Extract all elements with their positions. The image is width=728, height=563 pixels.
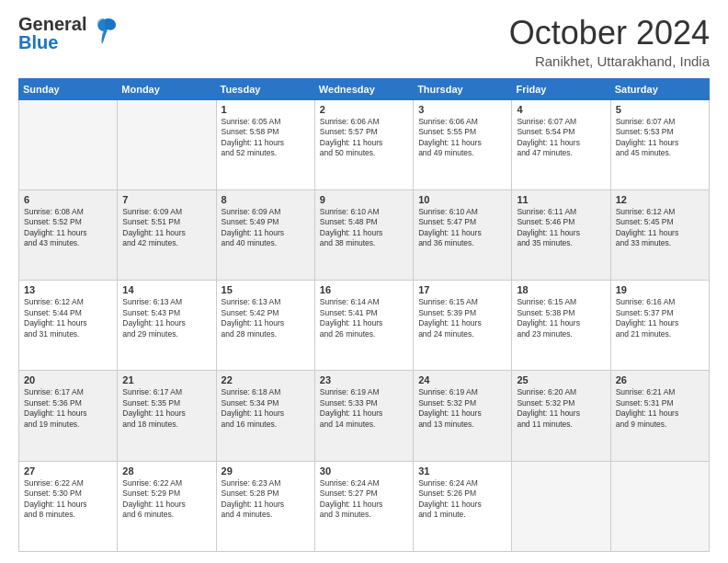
weekday-header-saturday: Saturday: [610, 78, 709, 99]
calendar-day-27: 27Sunrise: 6:22 AMSunset: 5:30 PMDayligh…: [19, 461, 118, 551]
day-number: 15: [222, 284, 310, 295]
day-info: Sunrise: 6:17 AMSunset: 5:35 PMDaylight:…: [122, 387, 210, 430]
day-number: 25: [517, 374, 605, 385]
day-number: 8: [222, 194, 310, 205]
day-info: Sunrise: 6:12 AMSunset: 5:44 PMDaylight:…: [24, 297, 112, 339]
calendar-empty-cell: [19, 99, 118, 190]
calendar-day-22: 22Sunrise: 6:18 AMSunset: 5:34 PMDayligh…: [216, 371, 314, 461]
day-number: 29: [222, 465, 310, 477]
day-info: Sunrise: 6:06 AMSunset: 5:55 PMDaylight:…: [418, 117, 506, 159]
calendar-day-25: 25Sunrise: 6:20 AMSunset: 5:32 PMDayligh…: [512, 371, 610, 461]
calendar-empty-cell: [512, 461, 610, 551]
page: General Blue October 2024 Ranikhet, Utta…: [0, 0, 728, 563]
calendar-day-7: 7Sunrise: 6:09 AMSunset: 5:51 PMDaylight…: [118, 190, 216, 280]
day-number: 24: [418, 374, 506, 385]
calendar-day-29: 29Sunrise: 6:23 AMSunset: 5:28 PMDayligh…: [216, 461, 314, 551]
calendar-week-row: 6Sunrise: 6:08 AMSunset: 5:52 PMDaylight…: [19, 190, 710, 280]
calendar-day-11: 11Sunrise: 6:11 AMSunset: 5:46 PMDayligh…: [512, 190, 610, 280]
day-number: 27: [24, 465, 112, 477]
day-info: Sunrise: 6:19 AMSunset: 5:33 PMDaylight:…: [320, 387, 408, 430]
day-number: 13: [24, 284, 112, 295]
calendar-table: SundayMondayTuesdayWednesdayThursdayFrid…: [18, 78, 710, 552]
day-info: Sunrise: 6:13 AMSunset: 5:43 PMDaylight:…: [122, 297, 210, 339]
day-number: 30: [320, 465, 408, 477]
day-info: Sunrise: 6:11 AMSunset: 5:46 PMDaylight:…: [517, 207, 605, 249]
calendar-week-row: 1Sunrise: 6:05 AMSunset: 5:58 PMDaylight…: [19, 99, 710, 190]
day-info: Sunrise: 6:14 AMSunset: 5:41 PMDaylight:…: [320, 297, 408, 339]
calendar-day-15: 15Sunrise: 6:13 AMSunset: 5:42 PMDayligh…: [216, 281, 314, 371]
day-number: 4: [517, 104, 605, 115]
day-info: Sunrise: 6:22 AMSunset: 5:29 PMDaylight:…: [122, 478, 210, 521]
day-number: 23: [320, 374, 408, 385]
day-info: Sunrise: 6:09 AMSunset: 5:49 PMDaylight:…: [222, 207, 310, 249]
weekday-header-sunday: Sunday: [19, 78, 118, 99]
day-number: 31: [418, 465, 506, 477]
weekday-header-wednesday: Wednesday: [314, 78, 413, 99]
day-info: Sunrise: 6:07 AMSunset: 5:54 PMDaylight:…: [517, 117, 605, 159]
title-area: October 2024 Ranikhet, Uttarakhand, Indi…: [509, 15, 710, 69]
day-number: 22: [222, 374, 310, 385]
day-info: Sunrise: 6:16 AMSunset: 5:37 PMDaylight:…: [616, 297, 704, 339]
calendar-day-8: 8Sunrise: 6:09 AMSunset: 5:49 PMDaylight…: [216, 190, 314, 280]
day-number: 28: [122, 465, 210, 477]
calendar-week-row: 13Sunrise: 6:12 AMSunset: 5:44 PMDayligh…: [19, 281, 710, 371]
day-number: 16: [320, 284, 408, 295]
weekday-header-row: SundayMondayTuesdayWednesdayThursdayFrid…: [19, 78, 710, 99]
day-info: Sunrise: 6:15 AMSunset: 5:39 PMDaylight:…: [418, 297, 506, 339]
location-subtitle: Ranikhet, Uttarakhand, India: [509, 53, 710, 69]
month-title: October 2024: [509, 15, 710, 52]
day-info: Sunrise: 6:17 AMSunset: 5:36 PMDaylight:…: [24, 387, 112, 430]
day-number: 19: [616, 284, 704, 295]
weekday-header-friday: Friday: [512, 78, 610, 99]
day-number: 6: [24, 194, 112, 205]
calendar-day-5: 5Sunrise: 6:07 AMSunset: 5:53 PMDaylight…: [610, 99, 709, 190]
logo-bird-icon: [91, 15, 119, 51]
calendar-day-6: 6Sunrise: 6:08 AMSunset: 5:52 PMDaylight…: [19, 190, 118, 280]
day-info: Sunrise: 6:19 AMSunset: 5:32 PMDaylight:…: [418, 387, 506, 430]
day-info: Sunrise: 6:09 AMSunset: 5:51 PMDaylight:…: [122, 207, 210, 249]
day-number: 1: [222, 104, 310, 115]
day-number: 7: [122, 194, 210, 205]
header: General Blue October 2024 Ranikhet, Utta…: [18, 15, 710, 69]
calendar-day-2: 2Sunrise: 6:06 AMSunset: 5:57 PMDaylight…: [314, 99, 413, 190]
calendar-day-28: 28Sunrise: 6:22 AMSunset: 5:29 PMDayligh…: [118, 461, 216, 551]
calendar-day-12: 12Sunrise: 6:12 AMSunset: 5:45 PMDayligh…: [610, 190, 709, 280]
day-number: 10: [418, 194, 506, 205]
weekday-header-thursday: Thursday: [414, 78, 512, 99]
day-number: 2: [320, 104, 408, 115]
calendar-week-row: 20Sunrise: 6:17 AMSunset: 5:36 PMDayligh…: [19, 371, 710, 461]
calendar-day-20: 20Sunrise: 6:17 AMSunset: 5:36 PMDayligh…: [19, 371, 118, 461]
weekday-header-tuesday: Tuesday: [216, 78, 314, 99]
day-info: Sunrise: 6:12 AMSunset: 5:45 PMDaylight:…: [616, 207, 704, 249]
day-info: Sunrise: 6:24 AMSunset: 5:26 PMDaylight:…: [418, 478, 506, 521]
calendar-day-30: 30Sunrise: 6:24 AMSunset: 5:27 PMDayligh…: [314, 461, 413, 551]
logo: General Blue: [18, 15, 119, 52]
day-number: 3: [418, 104, 506, 115]
day-number: 17: [418, 284, 506, 295]
day-info: Sunrise: 6:20 AMSunset: 5:32 PMDaylight:…: [517, 387, 605, 430]
calendar-day-19: 19Sunrise: 6:16 AMSunset: 5:37 PMDayligh…: [610, 281, 709, 371]
day-info: Sunrise: 6:10 AMSunset: 5:47 PMDaylight:…: [418, 207, 506, 249]
calendar-day-31: 31Sunrise: 6:24 AMSunset: 5:26 PMDayligh…: [414, 461, 512, 551]
day-number: 18: [517, 284, 605, 295]
day-number: 14: [122, 284, 210, 295]
calendar-day-10: 10Sunrise: 6:10 AMSunset: 5:47 PMDayligh…: [414, 190, 512, 280]
calendar-day-17: 17Sunrise: 6:15 AMSunset: 5:39 PMDayligh…: [414, 281, 512, 371]
day-number: 5: [616, 104, 704, 115]
logo-blue: Blue: [18, 33, 86, 52]
day-info: Sunrise: 6:13 AMSunset: 5:42 PMDaylight:…: [222, 297, 310, 339]
calendar-empty-cell: [118, 99, 216, 190]
day-info: Sunrise: 6:21 AMSunset: 5:31 PMDaylight:…: [616, 387, 704, 430]
calendar-day-26: 26Sunrise: 6:21 AMSunset: 5:31 PMDayligh…: [610, 371, 709, 461]
day-info: Sunrise: 6:10 AMSunset: 5:48 PMDaylight:…: [320, 207, 408, 249]
calendar-day-13: 13Sunrise: 6:12 AMSunset: 5:44 PMDayligh…: [19, 281, 118, 371]
calendar-day-16: 16Sunrise: 6:14 AMSunset: 5:41 PMDayligh…: [314, 281, 413, 371]
day-number: 21: [122, 374, 210, 385]
day-info: Sunrise: 6:06 AMSunset: 5:57 PMDaylight:…: [320, 117, 408, 159]
logo-general: General: [18, 15, 86, 33]
day-info: Sunrise: 6:07 AMSunset: 5:53 PMDaylight:…: [616, 117, 704, 159]
day-number: 26: [616, 374, 704, 385]
calendar-day-9: 9Sunrise: 6:10 AMSunset: 5:48 PMDaylight…: [314, 190, 413, 280]
day-info: Sunrise: 6:18 AMSunset: 5:34 PMDaylight:…: [222, 387, 310, 430]
calendar-day-1: 1Sunrise: 6:05 AMSunset: 5:58 PMDaylight…: [216, 99, 314, 190]
